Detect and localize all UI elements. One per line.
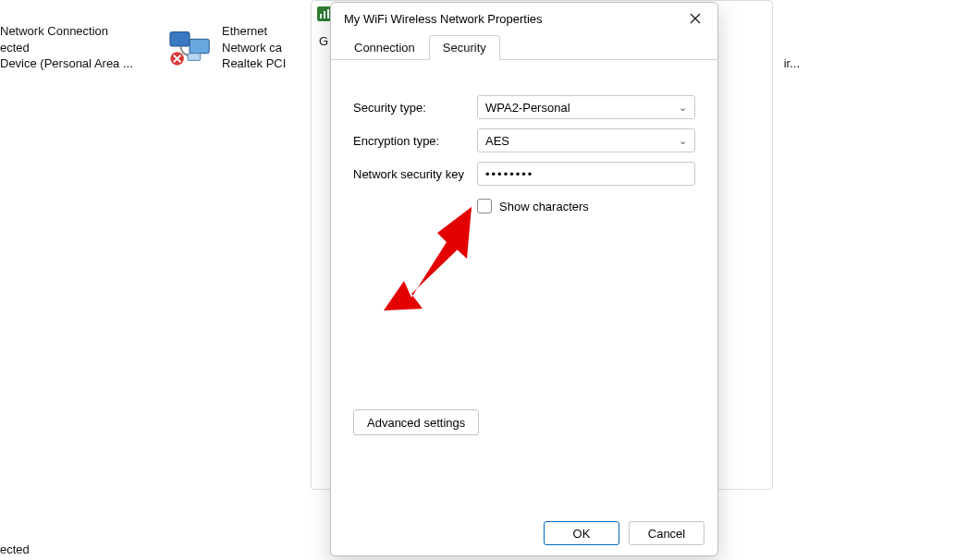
net-item-line3: Device (Personal Area ... — [0, 55, 133, 72]
net-item-line3: Realtek PCI — [222, 55, 286, 72]
dialog-footer: OK Cancel — [331, 511, 717, 555]
select-encryption-type[interactable]: AES ⌄ — [477, 128, 695, 152]
advanced-settings-button[interactable]: Advanced settings — [353, 409, 479, 435]
label-security-type: Security type: — [353, 101, 477, 115]
bottom-truncated-text: ected — [0, 542, 30, 556]
behind-glyph-g: G — [319, 34, 328, 48]
net-item-line1: Network Connection — [0, 23, 133, 40]
row-network-key: Network security key — [353, 162, 695, 186]
net-item-line1: Ethernet — [222, 23, 286, 40]
net-item-line2: Network ca — [222, 40, 286, 56]
select-security-type[interactable]: WPA2-Personal ⌄ — [477, 95, 695, 119]
svg-rect-3 — [327, 9, 329, 18]
select-value: WPA2-Personal — [485, 101, 570, 115]
svg-rect-2 — [324, 11, 325, 18]
row-encryption-type: Encryption type: AES ⌄ — [353, 128, 695, 152]
behind-glyph-ir: ir... — [784, 56, 800, 70]
dialog-title: My WiFi Wireless Network Properties — [344, 12, 543, 26]
ethernet-icon — [168, 23, 214, 69]
tabstrip: Connection Security — [331, 34, 717, 60]
label-show-characters: Show characters — [499, 200, 589, 213]
dialog-content: Security type: WPA2-Personal ⌄ Encryptio… — [331, 60, 717, 511]
select-value: AES — [485, 134, 509, 148]
svg-rect-5 — [190, 39, 209, 53]
row-security-type: Security type: WPA2-Personal ⌄ — [353, 95, 695, 119]
label-encryption-type: Encryption type: — [353, 134, 477, 148]
tab-connection[interactable]: Connection — [340, 35, 429, 60]
network-item-ethernet[interactable]: Ethernet Network ca Realtek PCI — [168, 23, 312, 72]
cancel-button[interactable]: Cancel — [629, 521, 704, 545]
net-item-line2: ected — [0, 40, 133, 56]
ok-button[interactable]: OK — [544, 521, 619, 545]
network-item-bluetooth[interactable]: Network Connection ected Device (Persona… — [0, 23, 185, 72]
svg-rect-4 — [170, 32, 190, 46]
svg-rect-1 — [320, 14, 322, 18]
chevron-down-icon: ⌄ — [679, 135, 687, 147]
row-show-characters: Show characters — [477, 199, 695, 213]
svg-rect-7 — [188, 54, 200, 61]
dialog-titlebar: My WiFi Wireless Network Properties — [331, 3, 717, 34]
input-network-key[interactable] — [477, 162, 695, 186]
tab-security[interactable]: Security — [429, 35, 500, 60]
label-network-key: Network security key — [353, 167, 477, 181]
chevron-down-icon: ⌄ — [679, 102, 687, 114]
checkbox-show-characters[interactable] — [477, 199, 492, 213]
close-button[interactable] — [682, 6, 708, 31]
wifi-properties-dialog: My WiFi Wireless Network Properties Conn… — [330, 2, 718, 556]
